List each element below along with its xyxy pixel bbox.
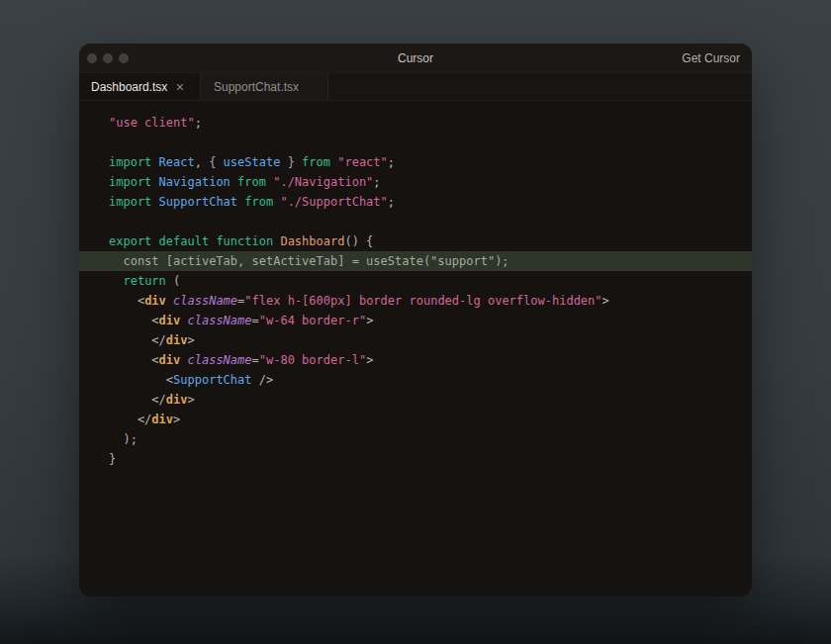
code-token [180,353,187,367]
code-line[interactable]: import Navigation from "./Navigation"; [79,172,752,192]
code-token: } [280,155,302,169]
code-line[interactable]: import SupportChat from "./SupportChat"; [79,192,752,212]
code-token: { [209,155,223,169]
code-token [109,274,123,288]
code-token: < [109,314,159,327]
editor-tab-bar: Dashboard.tsx×SupportChat.tsx [79,73,752,101]
code-token: div [151,413,173,426]
code-token: /> [252,373,274,387]
code-token: </ [109,333,166,347]
code-token: default [159,234,217,248]
code-token: </ [109,393,166,407]
tab-dashboard-tsx[interactable]: Dashboard.tsx× [79,73,201,100]
code-token: > [187,393,194,407]
code-token: from [244,195,280,209]
code-token: import [109,195,159,209]
window-control-minimize-icon[interactable] [103,53,113,63]
code-token: > [366,353,373,367]
code-line[interactable]: export default function Dashboard() { [79,231,752,251]
code-token: Dashboard [280,234,344,248]
code-token: className [188,353,252,367]
code-token: </ [109,413,151,426]
code-token [166,294,173,308]
tab-label: Dashboard.tsx [91,80,167,94]
code-token: < [109,373,173,387]
code-token: ( [166,274,180,288]
code-token: , [195,155,209,169]
code-line[interactable]: </div> [79,390,752,410]
code-token: export [109,234,159,248]
window-titlebar: Cursor Get Cursor [79,44,752,73]
code-token: > [187,333,194,347]
code-line[interactable]: </div> [79,410,752,429]
code-line[interactable]: import React, { useState } from "react"; [79,152,752,172]
code-token: > [602,294,609,308]
code-line[interactable]: </div> [79,330,752,350]
code-line[interactable]: <div className="w-64 border-r"> [79,311,752,330]
code-token: = [252,353,259,367]
code-token: ; [388,155,395,169]
code-token: "w-64 border-r" [259,314,366,327]
code-token: import [109,175,159,189]
code-token: "./Navigation" [273,175,373,189]
code-line-highlighted[interactable]: const [activeTab, setActiveTab] = useSta… [79,251,752,271]
code-token: ); [109,432,138,446]
window-control-close-icon[interactable] [87,53,97,63]
get-cursor-link[interactable]: Get Cursor [682,44,740,72]
code-token: "react" [337,155,388,169]
code-line[interactable]: <div className="w-80 border-l"> [79,350,752,370]
code-token: ; [388,195,395,209]
code-line[interactable]: <div className="flex h-[600px] border ro… [79,291,752,311]
code-token: const [activeTab, setActiveTab] = useSta… [109,254,509,268]
code-line[interactable] [79,133,752,152]
code-token [180,314,187,327]
desktop-background: Cursor Get Cursor Dashboard.tsx×SupportC… [0,0,831,644]
tab-supportchat-tsx[interactable]: SupportChat.tsx [201,73,328,100]
code-token: React [159,155,195,169]
code-token: div [159,314,181,327]
code-line[interactable]: ); [79,429,752,449]
code-token: ; [195,116,202,130]
code-token: import [109,155,159,169]
code-token: div [166,333,188,347]
code-token: = [252,314,259,327]
code-editor[interactable]: "use client";import React, { useState } … [79,101,752,597]
code-token: ; [373,175,380,189]
code-token: return [123,274,165,288]
code-token: div [159,353,181,367]
window-title: Cursor [79,51,752,65]
code-token [231,175,237,189]
code-token: SupportChat [173,373,251,387]
code-token: "use client" [109,116,195,130]
code-token: "w-80 border-l" [259,353,366,367]
tab-close-icon[interactable]: × [176,80,184,94]
code-line[interactable] [79,212,752,231]
code-token: function [216,234,280,248]
code-token: Navigation [159,175,231,189]
window-controls [79,53,129,63]
code-token: from [237,175,273,189]
code-token: < [109,294,144,308]
code-token: < [109,353,159,367]
code-token: div [166,393,188,407]
code-line[interactable]: <SupportChat /> [79,370,752,390]
code-line[interactable]: "use client"; [79,113,752,133]
code-token: > [173,413,180,426]
code-token: "flex h-[600px] border rounded-lg overfl… [244,294,601,308]
code-line[interactable]: } [79,449,752,469]
code-token: className [173,294,237,308]
code-line[interactable]: return ( [79,271,752,291]
code-token: useState [224,155,281,169]
code-token: SupportChat [159,195,237,209]
code-token: div [144,294,166,308]
tab-label: SupportChat.tsx [214,80,299,94]
code-token: className [188,314,252,327]
code-token: > [366,314,373,327]
app-window: Cursor Get Cursor Dashboard.tsx×SupportC… [79,44,752,597]
code-token: () { [344,234,373,248]
code-token: "./SupportChat" [280,195,387,209]
code-token: } [109,452,116,466]
window-control-zoom-icon[interactable] [119,53,129,63]
code-token: from [302,155,337,169]
